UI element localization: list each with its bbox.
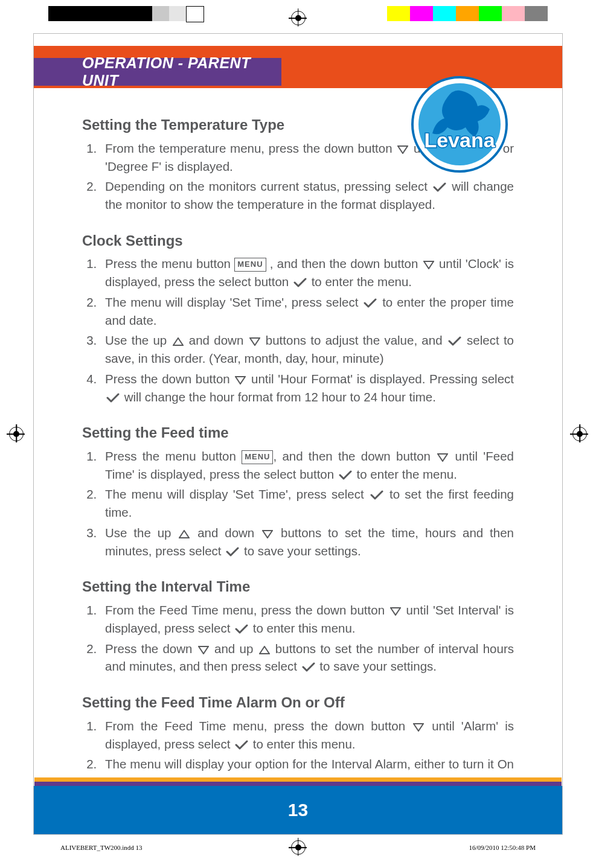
list-item: Use the up and down buttons to adjust th…: [100, 331, 514, 367]
color-swatch: [502, 6, 525, 21]
down-triangle-icon: [423, 261, 434, 269]
print-slug: ALIVEBERT_TW200.indd 13 16/09/2010 12:50…: [60, 844, 536, 851]
svg-marker-10: [391, 608, 400, 615]
color-swatch: [387, 6, 410, 21]
check-icon: [433, 182, 446, 192]
check-icon: [226, 547, 239, 557]
up-triangle-icon: [179, 530, 190, 538]
footer-accent-bars: [34, 777, 562, 786]
down-triangle-icon: [390, 607, 401, 616]
list-item: Use the up and down buttons to set the t…: [100, 524, 514, 560]
body-content: Setting the Temperature TypeFrom the tem…: [34, 88, 562, 809]
down-triangle-icon: [249, 337, 260, 346]
color-swatch: [106, 6, 129, 21]
check-icon: [106, 393, 120, 403]
check-icon: [293, 278, 307, 287]
svg-marker-13: [414, 724, 423, 731]
list-item: Press the down and up buttons to set the…: [100, 640, 514, 675]
up-triangle-icon: [259, 646, 270, 654]
down-triangle-icon: [198, 646, 209, 654]
svg-marker-7: [438, 454, 447, 461]
color-swatch: [152, 6, 169, 21]
down-triangle-icon: [437, 453, 448, 462]
color-swatch: [410, 6, 433, 21]
check-icon: [302, 662, 315, 672]
list-item: Press the down button until 'Hour Format…: [100, 370, 514, 406]
printer-color-bars: [0, 6, 596, 24]
check-icon: [448, 336, 461, 346]
svg-marker-5: [250, 338, 260, 345]
svg-marker-8: [179, 531, 189, 538]
registration-mark-icon: [572, 427, 587, 441]
color-swatch: [48, 6, 77, 21]
page-number: 13: [34, 786, 562, 834]
down-triangle-icon: [235, 376, 246, 385]
color-swatch: [77, 6, 106, 21]
list-item: From the Feed Time menu, press the down …: [100, 601, 514, 637]
down-triangle-icon: [262, 530, 273, 538]
registration-mark-icon: [9, 427, 24, 441]
color-swatch: [433, 6, 456, 21]
svg-marker-12: [260, 646, 269, 654]
svg-marker-4: [173, 338, 183, 345]
list-item: From the Feed Time menu, press the down …: [100, 717, 514, 753]
logo-text: Levana: [424, 129, 495, 152]
content-area: OPERATION - PARENT UNIT Levana Setting t…: [33, 33, 563, 835]
section-heading: Setting the Interval Time: [82, 576, 514, 598]
list-item: The menu will display 'Set Time', press …: [100, 293, 514, 329]
color-swatch: [456, 6, 479, 21]
section-heading: Setting the Feed Time Alarm On or Off: [82, 692, 514, 713]
instruction-list: Press the menu button MENU, and then the…: [82, 447, 514, 560]
svg-marker-9: [263, 531, 272, 538]
svg-marker-3: [424, 261, 434, 269]
slug-timestamp: 16/09/2010 12:50:48 PM: [469, 844, 536, 851]
check-icon: [235, 624, 248, 634]
color-swatch: [479, 6, 502, 21]
section-heading: Clock Settings: [82, 231, 514, 252]
check-icon: [339, 470, 352, 480]
list-item: The menu will display 'Set Time', press …: [100, 485, 514, 521]
page-title: OPERATION - PARENT UNIT: [34, 58, 281, 86]
page-title-text: OPERATION - PARENT UNIT: [82, 54, 281, 89]
section-heading: Setting the Feed time: [82, 423, 514, 444]
instruction-list: From the Feed Time menu, press the down …: [82, 601, 514, 675]
list-item: Press the menu button MENU , and then th…: [100, 255, 514, 290]
check-icon: [370, 490, 383, 500]
check-icon: [235, 740, 248, 750]
list-item: Depending on the monitors current status…: [100, 177, 514, 213]
down-triangle-icon: [397, 145, 408, 154]
page: OPERATION - PARENT UNIT Levana Setting t…: [0, 0, 596, 868]
color-swatch: [169, 6, 186, 21]
check-icon: [364, 298, 377, 308]
color-swatch: [129, 6, 152, 21]
levana-logo: Levana: [411, 76, 508, 173]
menu-button-icon: MENU: [234, 258, 266, 272]
instruction-list: Press the menu button MENU , and then th…: [82, 255, 514, 406]
color-swatch: [186, 6, 204, 22]
up-triangle-icon: [173, 337, 184, 346]
page-number-text: 13: [288, 800, 308, 820]
slug-file: ALIVEBERT_TW200.indd 13: [60, 844, 143, 851]
menu-button-icon: MENU: [242, 450, 273, 464]
svg-marker-2: [398, 146, 408, 153]
down-triangle-icon: [413, 723, 424, 732]
svg-marker-6: [236, 377, 245, 384]
list-item: Press the menu button MENU, and then the…: [100, 447, 514, 483]
svg-marker-11: [199, 646, 208, 654]
color-swatch: [525, 6, 548, 21]
